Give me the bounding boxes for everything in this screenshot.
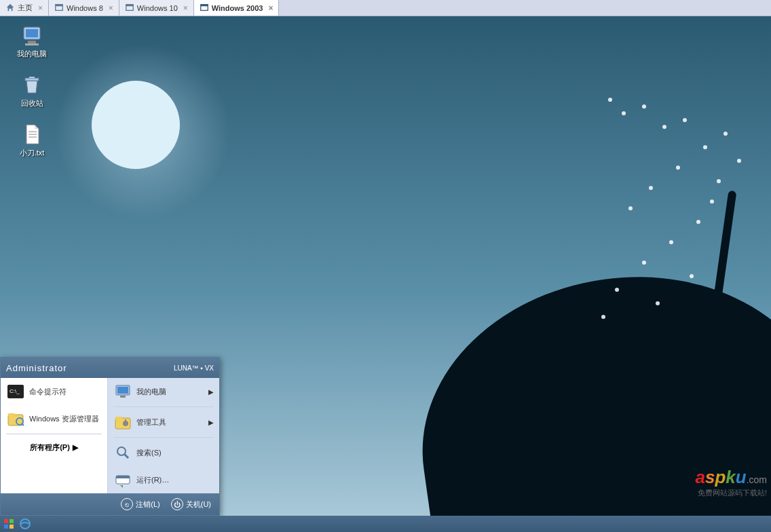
tab-win8[interactable]: Windows 8 × [49, 0, 119, 16]
svg-rect-33 [4, 525, 8, 529]
logoff-label: 注销(L) [136, 499, 159, 510]
computer-icon [113, 382, 132, 401]
desktop-icon-my-computer[interactable]: 我的电脑 [8, 23, 56, 59]
tab-win2003[interactable]: Windows 2003 × [194, 0, 280, 16]
start-item-explorer[interactable]: Windows 资源管理器 [1, 405, 107, 432]
chevron-right-icon: ▶ [208, 388, 214, 396]
tab-label: 主页 [18, 3, 33, 13]
power-icon: ⏻ [171, 498, 183, 510]
start-menu: Administrator LUNA™ ▪ VX C:\_ 命令提示符 Wind… [0, 357, 220, 516]
cmd-icon: C:\_ [6, 382, 25, 401]
svg-rect-24 [115, 417, 122, 419]
separator [6, 434, 102, 434]
admin-tools-icon [113, 413, 132, 432]
txt-icon [20, 122, 44, 147]
wallpaper-tree [615, 109, 751, 380]
svg-rect-5 [201, 4, 208, 6]
desktop-icons: 我的电脑 回收站 小刀.txt [8, 23, 56, 158]
tab-home[interactable]: 主页 × [0, 0, 49, 16]
svg-rect-32 [10, 519, 14, 523]
desktop[interactable]: 我的电脑 回收站 小刀.txt Administrator LUNA™ ▪ VX… [0, 16, 771, 516]
explorer-icon [6, 409, 25, 428]
start-menu-header: Administrator LUNA™ ▪ VX [1, 358, 219, 378]
desktop-icon-txt-file[interactable]: 小刀.txt [8, 122, 56, 158]
wallpaper-moon [92, 81, 180, 169]
separator [113, 437, 214, 438]
start-all-programs[interactable]: 所有程序(P) ▶ [1, 436, 107, 459]
svg-rect-22 [120, 396, 126, 398]
start-item-admin-tools[interactable]: 管理工具 ▶ [108, 408, 219, 436]
window-icon [125, 3, 134, 14]
close-icon[interactable]: × [38, 3, 43, 13]
close-icon[interactable]: × [183, 3, 188, 13]
start-all-programs-label: 所有程序(P) [30, 442, 70, 453]
chevron-right-icon: ▶ [208, 419, 214, 426]
start-menu-right-column: 我的电脑 ▶ 管理工具 ▶ 搜索(S) 运行(R)… [108, 378, 219, 493]
svg-rect-26 [125, 419, 126, 421]
start-item-label: 搜索(S) [136, 448, 162, 458]
home-icon [5, 3, 15, 14]
start-item-run[interactable]: 运行(R)… [108, 466, 219, 493]
start-item-search[interactable]: 搜索(S) [108, 439, 219, 466]
watermark-logo: aspku.com [695, 467, 767, 488]
tab-win10[interactable]: Windows 10 × [119, 0, 194, 16]
desktop-icon-recycle-bin[interactable]: 回收站 [8, 73, 56, 109]
svg-rect-9 [25, 43, 39, 45]
recycle-icon [20, 73, 44, 97]
svg-rect-8 [28, 41, 36, 43]
browser-tabbar: 主页 × Windows 8 × Windows 10 × Windows 20… [0, 0, 771, 16]
taskbar-ie-icon[interactable] [19, 518, 31, 530]
desktop-icon-label: 小刀.txt [20, 148, 45, 158]
start-item-label: 我的电脑 [136, 387, 166, 397]
start-button[interactable] [3, 518, 15, 530]
start-item-label: 命令提示符 [29, 387, 67, 397]
watermark-subtitle: 免费网站源码下载站! [695, 488, 767, 498]
svg-rect-1 [56, 4, 63, 6]
svg-point-25 [123, 421, 128, 426]
svg-rect-3 [126, 4, 134, 6]
search-icon [113, 443, 132, 462]
svg-line-28 [124, 454, 128, 458]
window-icon [200, 3, 209, 14]
window-icon [54, 3, 64, 14]
svg-rect-10 [25, 78, 39, 81]
start-item-cmd[interactable]: C:\_ 命令提示符 [1, 378, 107, 405]
svg-text:C:\_: C:\_ [10, 388, 20, 394]
tab-label: Windows 10 [137, 4, 178, 12]
svg-rect-30 [116, 476, 130, 478]
start-menu-footer: ⎋ 注销(L) ⏻ 关机(U) [1, 493, 219, 515]
start-item-label: Windows 资源管理器 [29, 414, 99, 424]
svg-rect-7 [26, 29, 38, 37]
start-menu-user: Administrator [6, 363, 67, 373]
logoff-button[interactable]: ⎋ 注销(L) [121, 498, 159, 510]
tab-label: Windows 8 [67, 4, 103, 12]
logoff-icon: ⎋ [121, 498, 133, 510]
run-icon [113, 470, 132, 489]
svg-rect-21 [117, 387, 128, 394]
separator [113, 406, 214, 407]
svg-rect-31 [4, 519, 8, 523]
shutdown-label: 关机(U) [186, 499, 211, 510]
desktop-icon-label: 我的电脑 [17, 49, 47, 59]
chevron-right-icon: ▶ [73, 443, 78, 452]
close-icon[interactable]: × [109, 3, 113, 13]
watermark: aspku.com 免费网站源码下载站! [695, 467, 767, 498]
svg-rect-34 [10, 525, 14, 529]
svg-rect-17 [8, 413, 15, 416]
start-item-my-computer[interactable]: 我的电脑 ▶ [108, 378, 219, 405]
tab-label: Windows 2003 [212, 4, 263, 12]
computer-icon [20, 23, 44, 48]
start-menu-brand: LUNA™ ▪ VX [174, 364, 214, 372]
close-icon[interactable]: × [268, 3, 273, 13]
taskbar[interactable] [0, 516, 771, 532]
svg-rect-16 [8, 415, 23, 425]
start-item-label: 运行(R)… [136, 475, 169, 485]
start-menu-left-column: C:\_ 命令提示符 Windows 资源管理器 所有程序(P) ▶ [1, 378, 108, 493]
start-item-label: 管理工具 [136, 417, 166, 428]
desktop-icon-label: 回收站 [21, 98, 43, 109]
shutdown-button[interactable]: ⏻ 关机(U) [171, 498, 211, 510]
